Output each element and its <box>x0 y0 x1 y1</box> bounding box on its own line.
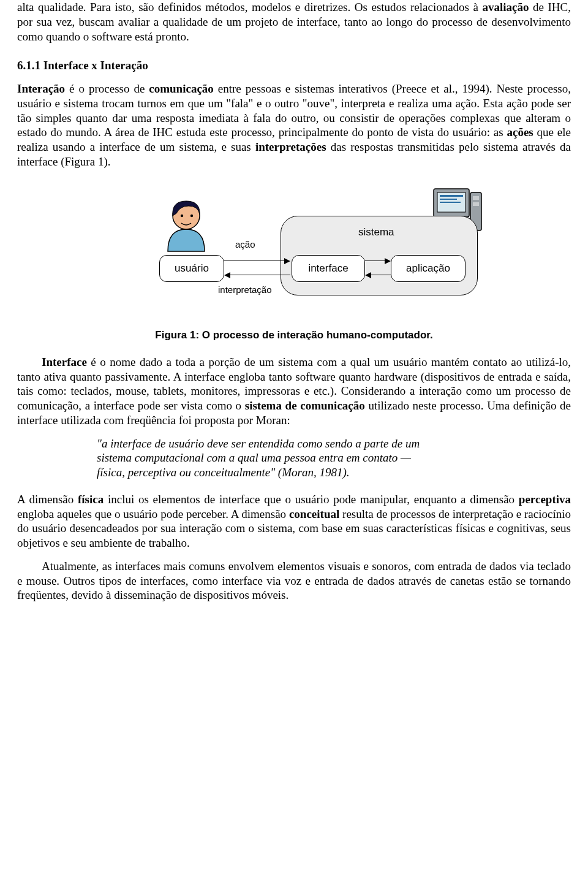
aplicacao-label: aplicação <box>406 262 450 275</box>
term-interpretacoes: interpretações <box>255 140 326 153</box>
heading-611: 6.1.1 Interface x Interação <box>17 58 571 73</box>
svg-rect-5 <box>440 195 463 197</box>
arrow-head-right-icon <box>385 258 391 264</box>
paragraph-atual: Atualmente, as interfaces mais comuns en… <box>17 559 571 603</box>
term-interface: Interface <box>42 356 87 368</box>
arrow-line <box>224 261 285 262</box>
svg-rect-10 <box>473 202 479 206</box>
figure-1-caption: Figura 1: O processo de interação humano… <box>17 329 571 341</box>
svg-rect-9 <box>473 196 479 200</box>
text: A dimensão <box>17 493 78 506</box>
interpretacao-label: interpretação <box>218 284 272 296</box>
arrow-line <box>370 275 391 276</box>
paragraph-dimensoes: A dimensão física inclui os elementos de… <box>17 492 571 550</box>
text: é o processo de <box>65 82 149 95</box>
quote-line: física, perceptiva ou conceitualmente" (… <box>97 465 489 480</box>
arrow-line <box>229 275 290 276</box>
term-sistema-comunicacao: sistema de comunicação <box>245 399 365 412</box>
figure-1: sistema usuário interface aplicação ação… <box>17 191 571 320</box>
sistema-label: sistema <box>358 226 394 238</box>
text: inclui os elementos de interface que o u… <box>104 493 519 506</box>
term-interacao: Interação <box>17 82 65 95</box>
arrow-head-left-icon <box>365 272 371 278</box>
term-fisica: física <box>78 493 104 506</box>
arrow-line <box>365 261 386 262</box>
svg-rect-7 <box>440 202 461 203</box>
text: alta qualidade. Para isto, são definidos… <box>17 1 483 13</box>
term-comunicacao: comunicação <box>149 82 214 95</box>
svg-point-1 <box>181 214 183 216</box>
usuario-label: usuário <box>175 262 209 275</box>
paragraph-interacao: Interação é o processo de comunicação en… <box>17 82 571 169</box>
quote-line: sistema computacional com a qual uma pes… <box>97 451 489 465</box>
paragraph-interface: Interface é o nome dado a toda a porção … <box>17 355 571 428</box>
interface-label: interface <box>308 262 348 275</box>
document-page: alta qualidade. Para isto, são definidos… <box>0 0 588 636</box>
interaction-diagram: sistema usuário interface aplicação ação… <box>98 191 490 320</box>
arrow-head-left-icon <box>224 272 230 278</box>
paragraph-intro: alta qualidade. Para isto, são definidos… <box>17 0 571 44</box>
user-icon <box>162 197 211 253</box>
term-conceitual: conceitual <box>289 508 339 520</box>
moran-quote: "a interface de usuário deve ser entendi… <box>97 436 489 480</box>
interface-box: interface <box>292 255 365 282</box>
usuario-box: usuário <box>159 255 224 282</box>
aplicacao-box: aplicação <box>391 255 466 282</box>
acao-label: ação <box>235 239 255 251</box>
svg-point-2 <box>190 214 193 216</box>
arrow-head-right-icon <box>284 258 290 264</box>
term-avaliacao: avaliação <box>483 1 529 13</box>
svg-rect-6 <box>440 199 457 200</box>
quote-line: "a interface de usuário deve ser entendi… <box>97 436 489 451</box>
term-acoes: ações <box>507 126 533 139</box>
text: engloba aqueles que o usuário pode perce… <box>17 508 289 520</box>
term-perceptiva: perceptiva <box>519 493 571 506</box>
